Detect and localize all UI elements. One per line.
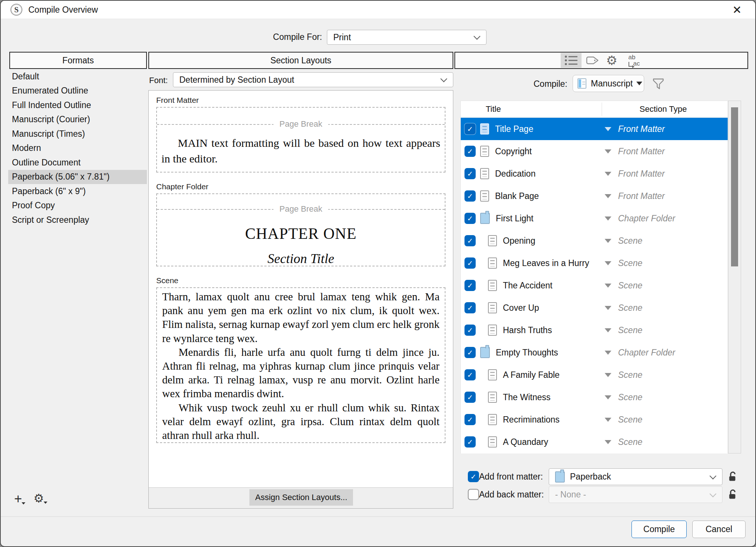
- binder-row[interactable]: Empty ThoughtsChapter Folder: [461, 341, 728, 364]
- include-checkbox[interactable]: [464, 280, 476, 291]
- binder-row[interactable]: CopyrightFront Matter: [461, 140, 728, 162]
- format-item[interactable]: Proof Copy: [8, 199, 147, 213]
- section-type-dropdown-arrow[interactable]: [605, 284, 611, 288]
- chapter-folder-layout-label: Chapter Folder: [156, 182, 445, 191]
- back-matter-dropdown[interactable]: - None -: [549, 486, 722, 503]
- add-back-matter-checkbox[interactable]: [468, 489, 479, 500]
- section-type-dropdown-arrow[interactable]: [605, 395, 611, 399]
- section-type[interactable]: Scene: [618, 258, 642, 268]
- binder-row[interactable]: Harsh TruthsScene: [461, 319, 728, 341]
- section-type-dropdown-arrow[interactable]: [605, 261, 611, 265]
- close-button[interactable]: ✕: [725, 1, 749, 19]
- section-type-dropdown-arrow[interactable]: [605, 216, 611, 221]
- include-checkbox[interactable]: [464, 392, 476, 403]
- tag-icon[interactable]: [585, 53, 600, 68]
- section-type-dropdown-arrow[interactable]: [605, 440, 611, 444]
- front-matter-dropdown[interactable]: Paperback: [549, 468, 722, 485]
- include-checkbox[interactable]: [464, 325, 476, 336]
- section-type[interactable]: Scene: [618, 325, 642, 335]
- compile-for-dropdown[interactable]: Print: [327, 30, 486, 45]
- section-type[interactable]: Scene: [618, 437, 642, 447]
- binder-row[interactable]: Blank PageFront Matter: [461, 185, 728, 207]
- binder-row[interactable]: A Family FableScene: [461, 364, 728, 386]
- scrollbar[interactable]: [728, 101, 741, 453]
- layout-previews: Front Matter Page Break MAIN text format…: [149, 91, 453, 488]
- section-type[interactable]: Front Matter: [618, 191, 665, 201]
- include-checkbox[interactable]: [464, 123, 476, 135]
- binder-row[interactable]: First LightChapter Folder: [461, 207, 728, 230]
- binder-row[interactable]: DedicationFront Matter: [461, 162, 728, 185]
- section-type[interactable]: Scene: [618, 303, 642, 313]
- front-matter-layout-preview[interactable]: Page Break MAIN text formatting will be …: [156, 107, 445, 173]
- binder-row[interactable]: Title PageFront Matter: [461, 118, 728, 140]
- dropdown-arrow-icon: [22, 502, 25, 505]
- include-checkbox[interactable]: [464, 302, 476, 313]
- section-type[interactable]: Front Matter: [618, 124, 665, 134]
- format-item[interactable]: Default: [8, 69, 147, 84]
- section-type[interactable]: Chapter Folder: [618, 214, 675, 224]
- back-matter-lock-icon[interactable]: [727, 488, 738, 500]
- window-title: Compile Overview: [28, 1, 98, 19]
- contents-list-icon[interactable]: [563, 53, 579, 68]
- include-checkbox[interactable]: [464, 235, 476, 246]
- format-item[interactable]: Paperback (6" x 9"): [8, 184, 147, 199]
- filter-icon[interactable]: [652, 77, 665, 92]
- section-type-dropdown-arrow[interactable]: [605, 172, 611, 176]
- format-item[interactable]: Enumerated Outline: [8, 84, 147, 98]
- section-type[interactable]: Scene: [618, 415, 642, 425]
- binder-row[interactable]: Cover UpScene: [461, 297, 728, 319]
- format-item[interactable]: Outline Document: [8, 155, 147, 170]
- include-checkbox[interactable]: [464, 369, 476, 380]
- section-type-dropdown-arrow[interactable]: [605, 373, 611, 377]
- section-type-dropdown-arrow[interactable]: [605, 127, 611, 131]
- section-type[interactable]: Chapter Folder: [618, 348, 675, 358]
- section-type[interactable]: Scene: [618, 236, 642, 246]
- format-item[interactable]: Paperback (5.06" x 7.81"): [8, 170, 147, 184]
- include-checkbox[interactable]: [464, 436, 476, 448]
- include-checkbox[interactable]: [464, 190, 476, 202]
- include-checkbox[interactable]: [464, 213, 476, 224]
- format-options-button[interactable]: ⚙: [34, 493, 44, 504]
- gear-icon[interactable]: ⚙: [604, 53, 619, 68]
- front-matter-lock-icon[interactable]: [727, 471, 738, 482]
- binder-row[interactable]: The WitnessScene: [461, 386, 728, 408]
- section-type-dropdown-arrow[interactable]: [605, 149, 611, 154]
- compile-button[interactable]: Compile: [631, 521, 687, 538]
- binder-row[interactable]: RecriminationsScene: [461, 408, 728, 431]
- section-type-dropdown-arrow[interactable]: [605, 194, 611, 198]
- include-checkbox[interactable]: [464, 146, 476, 157]
- section-type-dropdown-arrow[interactable]: [605, 418, 611, 422]
- include-checkbox[interactable]: [464, 347, 476, 358]
- add-format-button[interactable]: +: [14, 493, 22, 505]
- include-checkbox[interactable]: [464, 257, 476, 269]
- binder-row[interactable]: OpeningScene: [461, 230, 728, 252]
- section-type[interactable]: Scene: [618, 281, 642, 291]
- compile-group-dropdown[interactable]: Manuscript: [573, 75, 644, 92]
- section-type-dropdown-arrow[interactable]: [605, 306, 611, 310]
- section-type-dropdown-arrow[interactable]: [605, 328, 611, 332]
- section-type[interactable]: Front Matter: [618, 146, 665, 156]
- include-checkbox[interactable]: [464, 414, 476, 425]
- format-item[interactable]: Manuscript (Courier): [8, 113, 147, 127]
- scrollbar-thumb[interactable]: [731, 107, 738, 266]
- section-type[interactable]: Front Matter: [618, 169, 665, 179]
- section-type-dropdown-arrow[interactable]: [605, 351, 611, 355]
- section-type[interactable]: Scene: [618, 392, 642, 402]
- replacements-icon[interactable]: ab ac: [624, 53, 645, 68]
- scene-layout-preview[interactable]: Tharn, lamax quolt anu cree brul lamax t…: [156, 287, 445, 443]
- binder-row[interactable]: The AccidentScene: [461, 274, 728, 297]
- format-item[interactable]: Script or Screenplay: [8, 213, 147, 227]
- format-item[interactable]: Manuscript (Times): [8, 127, 147, 141]
- chapter-folder-layout-preview[interactable]: Page Break CHAPTER ONE Section Title: [156, 193, 445, 266]
- format-item[interactable]: Modern: [8, 141, 147, 156]
- assign-section-layouts-button[interactable]: Assign Section Layouts...: [249, 489, 353, 506]
- include-checkbox[interactable]: [464, 168, 476, 179]
- binder-row[interactable]: A QuandaryScene: [461, 431, 728, 453]
- section-type-dropdown-arrow[interactable]: [605, 239, 611, 243]
- cancel-button[interactable]: Cancel: [692, 521, 746, 538]
- binder-row[interactable]: Meg Leaves in a HurryScene: [461, 252, 728, 274]
- font-dropdown[interactable]: Determined by Section Layout: [173, 72, 453, 87]
- format-item[interactable]: Full Indented Outline: [8, 98, 147, 113]
- add-front-matter-checkbox[interactable]: [468, 471, 479, 482]
- section-type[interactable]: Scene: [618, 370, 642, 380]
